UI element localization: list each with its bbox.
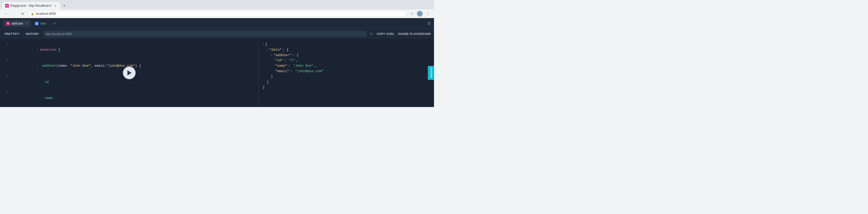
val-id: "1" <box>289 58 295 63</box>
forward-button[interactable]: → <box>11 10 18 17</box>
collapse-result-3[interactable]: ▾ <box>271 53 273 57</box>
address-text: localhost:4000 <box>36 12 56 16</box>
prettify-button[interactable]: PRETTIFY <box>3 31 21 36</box>
brace-5: : <box>288 63 292 69</box>
code-content-5: email <box>12 106 55 107</box>
app-tab-label-addUser: addUser <box>11 22 23 25</box>
collapse-result-2[interactable]: ▾ <box>267 48 268 52</box>
browser-tab-playground[interactable]: M Playground - http://localhost:4 ✕ <box>2 2 60 9</box>
copy-curl-button[interactable]: COPY CURL <box>377 32 395 35</box>
address-bar[interactable]: 🔒 localhost:4000 <box>28 10 407 17</box>
profile-icon[interactable] <box>417 11 423 17</box>
url-bar[interactable]: http://localhost:4000/ <box>44 31 367 37</box>
brace-3: : { <box>292 53 299 58</box>
brace-6: : <box>290 69 294 74</box>
line-num-1: 1 <box>4 42 8 58</box>
code-line-1: 1 ▾ mutation { <box>4 42 254 58</box>
tab-favicon-playground: M <box>5 4 9 7</box>
code-content-4: name <box>12 90 53 106</box>
brace-2: : { <box>282 47 288 53</box>
key-email: "email" <box>275 69 289 74</box>
settings-icon[interactable]: ⚙ <box>427 21 431 26</box>
add-tab-button[interactable]: + <box>52 21 58 27</box>
app-tab-close-addUser[interactable]: ✕ <box>26 22 28 25</box>
menu-icon[interactable]: ⋮ <box>425 10 431 17</box>
back-button[interactable]: ← <box>3 10 9 17</box>
code-content-3: id <box>12 74 49 90</box>
val-name: "John Doe" <box>293 63 313 69</box>
result-line-8: } <box>262 80 430 85</box>
brace-9: } <box>262 85 265 90</box>
code-line-5: 5 email <box>4 106 254 107</box>
code-line-4: 4 name <box>4 90 254 106</box>
tab-close-playground[interactable]: ✕ <box>53 4 57 8</box>
lock-icon: 🔒 <box>31 12 34 16</box>
bookmark-icon[interactable]: ☆ <box>409 10 415 17</box>
new-tab-button[interactable]: + <box>61 2 68 9</box>
run-button[interactable] <box>123 66 136 79</box>
refresh-icon[interactable]: ↻ <box>370 32 373 36</box>
run-icon <box>127 70 131 75</box>
brace-8: } <box>267 80 269 85</box>
result-line-1: ▾{ <box>262 42 430 47</box>
app-tab-favicon-addUser: M <box>6 22 10 25</box>
history-button[interactable]: HISTORY <box>24 31 40 36</box>
key-name: "name" <box>275 63 287 69</box>
toolbar: PRETTIFY HISTORY http://localhost:4000/ … <box>0 29 434 39</box>
key-addUser: "addUser" <box>274 53 291 58</box>
editor-panel: 1 ▾ mutation { 2 ▾ addUser(name: "John D… <box>0 39 258 107</box>
result-line-7: } <box>262 74 430 80</box>
run-button-container <box>123 66 136 79</box>
app-tab-favicon-user: Q <box>35 22 38 25</box>
code-content-1: ▾ mutation { <box>12 42 60 58</box>
app-tab-bar: M addUser ✕ Q user + ⚙ <box>0 18 434 29</box>
line-num-4: 4 <box>4 90 8 106</box>
brace-4: : <box>284 58 288 63</box>
main-content: 1 ▾ mutation { 2 ▾ addUser(name: "John D… <box>0 39 434 107</box>
result-line-9: } <box>262 85 430 90</box>
app-tab-user[interactable]: Q user <box>32 20 49 27</box>
app-tab-label-user: user <box>40 22 46 25</box>
app-tab-addUser[interactable]: M addUser ✕ <box>3 20 31 27</box>
line-num-5: 5 <box>4 106 8 107</box>
share-playground-button[interactable]: SHARE PLAYGROUND <box>398 32 431 35</box>
result-line-4: "id": "1", <box>262 58 430 63</box>
reload-button[interactable]: ↻ <box>20 10 26 17</box>
result-panel: ▾{ ▾"data": { ▾"addUser": { "id": "1", "… <box>258 39 434 107</box>
url-text: http://localhost:4000/ <box>46 32 72 35</box>
line-num-3: 3 <box>4 74 8 90</box>
collapse-result-1[interactable]: ▾ <box>262 42 264 47</box>
code-content-2: ▾ addUser(name: "John Doe", email:"john@… <box>12 58 141 74</box>
browser-window: M Playground - http://localhost:4 ✕ + ← … <box>0 0 434 107</box>
schema-tab[interactable]: SCHEMA <box>428 66 434 80</box>
val-email: "john@doe.com" <box>295 69 323 74</box>
key-data: "data" <box>269 47 281 53</box>
result-line-6: "email": "john@doe.com" <box>262 69 430 74</box>
result-line-3: ▾"addUser": { <box>262 53 430 58</box>
result-line-2: ▾"data": { <box>262 47 430 53</box>
app: M addUser ✕ Q user + ⚙ PRETTIFY HISTORY … <box>0 18 434 107</box>
brace-7: } <box>271 74 273 80</box>
tab-title-playground: Playground - http://localhost:4 <box>10 4 52 7</box>
line-num-2: 2 <box>4 58 8 74</box>
nav-bar: ← → ↻ 🔒 localhost:4000 ☆ ⋮ <box>0 9 434 18</box>
key-id: "id" <box>275 58 283 63</box>
tab-bar: M Playground - http://localhost:4 ✕ + ← … <box>0 0 434 18</box>
toolbar-right: ↻ COPY CURL SHARE PLAYGROUND <box>370 32 431 36</box>
result-line-5: "name": "John Doe", <box>262 63 430 69</box>
brace-1: { <box>265 42 267 47</box>
